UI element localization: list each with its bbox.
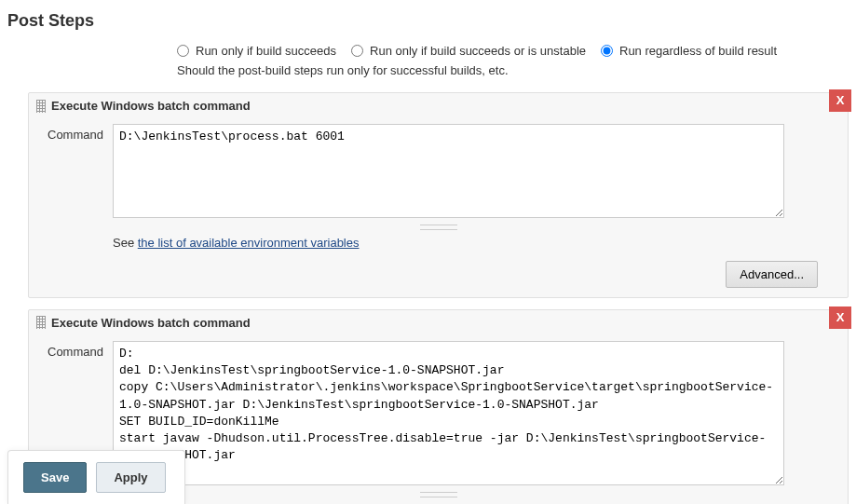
save-button[interactable]: Save — [23, 462, 87, 493]
command-textarea[interactable] — [113, 341, 784, 486]
radio-label: Run only if build succeeds — [196, 44, 336, 58]
env-prefix: See — [113, 236, 138, 250]
command-textarea[interactable] — [113, 124, 784, 218]
save-apply-bar: Save Apply — [7, 450, 185, 504]
build-step: X ? Execute Windows batch command Comman… — [28, 92, 849, 298]
delete-step-button[interactable]: X — [829, 306, 851, 329]
env-variables-link[interactable]: the list of available environment variab… — [138, 236, 360, 250]
step-header: Execute Windows batch command — [29, 93, 848, 118]
command-label: Command — [48, 124, 113, 142]
radio-option-unstable[interactable]: Run only if build succeeds or is unstabl… — [351, 44, 586, 58]
command-field-row: Command — [29, 118, 848, 225]
run-condition-help-text: Should the post-build steps run only for… — [0, 63, 856, 87]
radio-label: Run only if build succeeds or is unstabl… — [370, 44, 586, 58]
radio-input-succeeds[interactable] — [177, 45, 189, 57]
step-header: Execute Windows batch command — [29, 310, 848, 335]
env-variables-line: See the list of available environment va… — [29, 230, 848, 255]
run-condition-radio-group: Run only if build succeeds Run only if b… — [0, 40, 856, 63]
step-title: Execute Windows batch command — [51, 99, 251, 113]
radio-input-regardless[interactable] — [601, 45, 613, 57]
radio-label: Run regardless of build result — [619, 44, 777, 58]
step-title: Execute Windows batch command — [51, 316, 251, 330]
drag-handle-icon[interactable] — [36, 100, 46, 113]
radio-option-regardless[interactable]: Run regardless of build result — [601, 44, 777, 58]
delete-step-button[interactable]: X — [829, 89, 851, 112]
radio-input-unstable[interactable] — [351, 45, 363, 57]
apply-button[interactable]: Apply — [96, 462, 165, 493]
command-label: Command — [48, 341, 113, 359]
section-title: Post Steps — [0, 0, 856, 40]
radio-option-succeeds[interactable]: Run only if build succeeds — [177, 44, 336, 58]
advanced-button[interactable]: Advanced... — [726, 261, 818, 288]
drag-handle-icon[interactable] — [36, 316, 46, 329]
